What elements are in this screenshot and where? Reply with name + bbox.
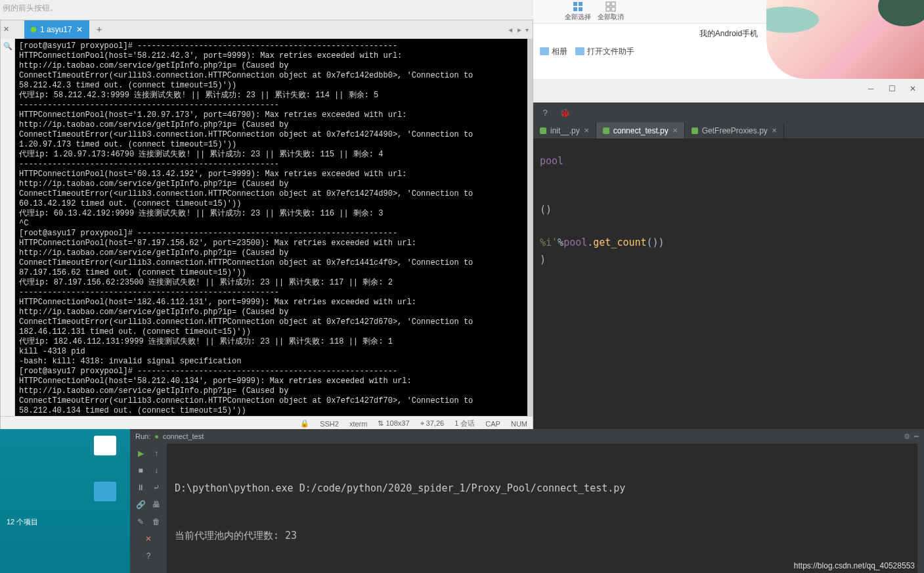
ssh-tab-label: 1 asyu17 bbox=[40, 25, 72, 34]
path-helper[interactable]: 打开文件助手 bbox=[575, 46, 634, 57]
svg-rect-6 bbox=[606, 7, 610, 11]
status-xterm: xterm bbox=[349, 420, 368, 428]
run-scrollbar[interactable] bbox=[917, 444, 924, 573]
desktop-item-count: 12 个项目 bbox=[7, 517, 38, 527]
close-tab-icon[interactable]: ✕ bbox=[76, 25, 83, 34]
ide-tabstrip: init__.py✕connect_test.py✕GetFreeProxies… bbox=[533, 122, 924, 139]
svg-rect-3 bbox=[579, 7, 583, 11]
pause-button[interactable]: ⏸ bbox=[135, 482, 146, 493]
folder-icon bbox=[575, 47, 584, 55]
code-editor[interactable]: pool () %i'%pool.get_count()) ) bbox=[533, 139, 924, 281]
desktop-icon[interactable] bbox=[92, 482, 118, 508]
ide-tab-label: connect_test.py bbox=[613, 126, 669, 135]
desktop-area: 12 个项目 bbox=[0, 429, 130, 573]
ssh-statusbar: 🔒 SSH2 xterm ⇅ 108x37 ⌖ 37,26 1 会话 CAP N… bbox=[1, 416, 533, 430]
status-dim: ⇅ 108x37 bbox=[378, 419, 409, 428]
print-icon[interactable]: 🖶 bbox=[150, 499, 162, 511]
ssh-tabstrip: ✕ 1 asyu17 ✕ ＋ ◄ ► ▾ bbox=[1, 20, 533, 39]
attach-icon[interactable]: 🔗 bbox=[135, 499, 146, 511]
minimize-icon[interactable]: ─ bbox=[866, 84, 875, 93]
status-num: NUM bbox=[511, 420, 527, 428]
close-tab-icon[interactable]: ✕ bbox=[772, 127, 777, 134]
run-toolbar: ▶ ↑ ■ ↓ ⏸ ⤶ 🔗 🖶 ✎ 🗑 ✕ ? bbox=[130, 444, 167, 573]
python-file-icon bbox=[603, 127, 609, 134]
python-file-icon bbox=[540, 127, 546, 134]
help-run-icon[interactable]: ? bbox=[143, 550, 154, 562]
run-output[interactable]: D:\python\python.exe D:/code/python/2020… bbox=[167, 444, 917, 573]
close-panel-icon[interactable]: ✕ bbox=[1, 20, 11, 38]
close-tab-icon[interactable]: ✕ bbox=[584, 127, 589, 134]
ide-pane: ? 🐞 init__.py✕connect_test.py✕GetFreePro… bbox=[533, 103, 924, 429]
select-none-button[interactable]: 全部取消 bbox=[595, 1, 627, 22]
svg-rect-4 bbox=[606, 2, 610, 6]
up-trace-icon[interactable]: ↑ bbox=[150, 447, 162, 459]
settings-icon[interactable]: ✎ bbox=[135, 516, 146, 528]
run-header-label: Run: bbox=[135, 432, 150, 440]
run-header: Run: ● connect_test ⚙ ━ bbox=[130, 429, 924, 444]
run-panel: Run: ● connect_test ⚙ ━ ▶ ↑ ■ ↓ ⏸ ⤶ 🔗 🖶 bbox=[130, 429, 924, 573]
run-config-name: connect_test bbox=[163, 432, 204, 440]
ide-tab[interactable]: connect_test.py✕ bbox=[596, 122, 685, 139]
decorative-image bbox=[766, 0, 924, 79]
status-cursor: ⌖ 37,26 bbox=[420, 419, 445, 428]
stop-button[interactable]: ■ bbox=[135, 465, 146, 476]
status-dot-icon bbox=[31, 27, 36, 32]
down-trace-icon[interactable]: ↓ bbox=[150, 465, 162, 476]
tab-menu-icon[interactable]: ▾ bbox=[525, 26, 529, 34]
truncated-hint: 例的箭头按钮。 bbox=[3, 3, 58, 14]
trash-icon[interactable]: 🗑 bbox=[150, 516, 162, 528]
ssh-left-sidebar: 🔍 bbox=[1, 39, 15, 416]
tab-prev-icon[interactable]: ◄ bbox=[507, 26, 514, 34]
svg-rect-7 bbox=[611, 7, 615, 11]
svg-rect-1 bbox=[579, 2, 583, 6]
new-tab-button[interactable]: ＋ bbox=[91, 20, 107, 39]
search-icon[interactable]: 🔍 bbox=[1, 39, 15, 53]
svg-rect-5 bbox=[611, 2, 615, 6]
path-album[interactable]: 相册 bbox=[540, 46, 567, 57]
lock-icon: 🔒 bbox=[300, 419, 309, 428]
ide-toolbar: ? 🐞 bbox=[533, 103, 924, 122]
help-icon[interactable]: ? bbox=[540, 107, 550, 118]
hide-panel-icon[interactable]: ━ bbox=[914, 432, 919, 441]
tab-next-icon[interactable]: ► bbox=[516, 26, 523, 34]
terminal-output[interactable]: [root@asyu17 proxypool]# ---------------… bbox=[15, 39, 527, 416]
ide-tab-label: init__.py bbox=[550, 126, 580, 135]
folder-icon bbox=[540, 47, 549, 55]
ide-tab[interactable]: GetFreeProxies.py✕ bbox=[685, 122, 784, 139]
svg-rect-2 bbox=[573, 7, 577, 11]
bug-icon[interactable]: 🐞 bbox=[560, 107, 570, 118]
terminal-scrollbar[interactable] bbox=[527, 39, 533, 416]
status-cap: CAP bbox=[485, 420, 500, 428]
status-ssh: SSH2 bbox=[320, 420, 339, 428]
wrap-icon[interactable]: ⤶ bbox=[150, 482, 162, 493]
window-controls: ─ ☐ ✕ bbox=[866, 84, 917, 93]
maximize-icon[interactable]: ☐ bbox=[887, 84, 896, 93]
ide-tab-label: GetFreeProxies.py bbox=[702, 126, 768, 135]
ssh-terminal-window: ✕ 1 asyu17 ✕ ＋ ◄ ► ▾ 🔍 [root@asyu17 prox… bbox=[0, 20, 533, 431]
watermark: https://blog.csdn.net/qq_40528553 bbox=[794, 561, 915, 570]
ide-tab[interactable]: init__.py✕ bbox=[533, 122, 596, 139]
gear-icon[interactable]: ⚙ bbox=[904, 432, 910, 441]
ssh-session-tab[interactable]: 1 asyu17 ✕ bbox=[24, 20, 89, 39]
status-session: 1 会话 bbox=[454, 419, 475, 428]
close-tab-icon[interactable]: ✕ bbox=[672, 127, 678, 134]
rerun-button[interactable]: ▶ bbox=[135, 447, 146, 459]
close-icon[interactable]: ✕ bbox=[908, 84, 917, 93]
desktop-icon[interactable] bbox=[92, 436, 118, 462]
close-run-icon[interactable]: ✕ bbox=[143, 533, 154, 545]
select-all-button[interactable]: 全部选择 bbox=[562, 1, 594, 22]
python-file-icon bbox=[692, 127, 698, 134]
svg-rect-0 bbox=[573, 2, 577, 6]
